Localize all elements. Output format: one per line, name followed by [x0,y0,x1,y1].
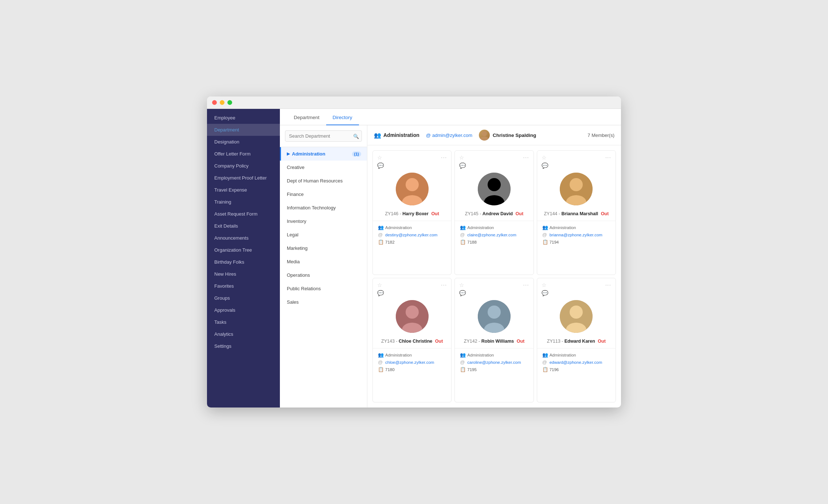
search-input[interactable] [285,130,362,142]
more-options-icon[interactable]: ··· [441,154,447,161]
card-email-link[interactable]: chloe@zphone.zylker.com [385,360,434,365]
chat-icon[interactable]: 💬 [377,290,384,296]
favorite-icon[interactable]: ☆ [377,154,384,161]
more-options-icon[interactable]: ··· [605,154,611,161]
sidebar-item-exit-details[interactable]: Exit Details [207,220,280,232]
favorite-icon[interactable]: ☆ [459,154,466,161]
email-icon: @ [542,232,547,237]
card-bottom: 👥 Administration @ brianna@zphone.zylker… [537,221,616,248]
dept-item-finance[interactable]: Finance [280,188,367,201]
favorite-icon[interactable]: ☆ [542,154,548,161]
card-email-row: @ caroline@zphone.zylker.com [460,359,528,365]
dept-label: Public Relations [287,286,321,291]
sidebar-item-asset-request-form[interactable]: Asset Request Form [207,208,280,220]
department-panel: 🔍 ▶Administration(1)CreativeDept of Huma… [280,125,367,407]
sidebar-item-groups[interactable]: Groups [207,292,280,304]
dept-item-media[interactable]: Media [280,255,367,268]
card-phone-row: 📋 7195 [460,367,528,372]
dept-label: Creative [287,165,304,170]
dept-item-operations[interactable]: Operations [280,268,367,282]
sidebar-item-department[interactable]: Department [207,124,280,136]
email-icon: @ [460,232,465,237]
card-email-link[interactable]: edward@zphone.zylker.com [550,360,602,365]
card-email-link[interactable]: brianna@zphone.zylker.com [550,233,602,237]
tab-department[interactable]: Department [287,109,326,125]
department-icon: 👥 [460,225,465,230]
card-email-link[interactable]: caroline@zphone.zylker.com [467,360,521,365]
more-options-icon[interactable]: ··· [441,282,447,288]
status-badge: Out [430,211,439,216]
card-icons-left: ☆ 💬 [377,282,384,296]
sidebar-item-tasks[interactable]: Tasks [207,316,280,328]
dept-arrow-icon: ▶ [287,151,290,156]
chat-icon[interactable]: 💬 [377,162,384,169]
card-phone: 7182 [385,240,395,244]
sidebar-item-birthday-folks[interactable]: Birthday Folks [207,256,280,268]
dept-label: Sales [287,299,299,305]
card-phone: 7195 [467,367,477,372]
email-icon: @ [542,359,547,365]
sidebar-item-approvals[interactable]: Approvals [207,304,280,316]
sidebar-item-analytics[interactable]: Analytics [207,328,280,340]
favorite-icon[interactable]: ☆ [542,282,548,288]
card-top: ☆ 💬 ··· [537,278,616,296]
svg-point-1 [480,137,489,141]
sidebar-item-employee[interactable]: Employee [207,112,280,124]
card-email-link[interactable]: claire@zphone.zylker.com [467,233,516,237]
svg-point-3 [406,178,419,191]
close-button[interactable] [212,100,217,105]
dept-label: Information Technology [287,205,336,210]
app-body: EmployeeDepartmentDesignationOffer Lette… [207,109,621,407]
dept-item-information-technology[interactable]: Information Technology [280,201,367,214]
more-options-icon[interactable]: ··· [523,282,529,288]
chat-icon[interactable]: 💬 [542,162,548,169]
card-dept-row: 👥 Administration [542,352,610,358]
chat-icon[interactable]: 💬 [542,290,548,296]
card-dept-name: Administration [385,353,412,357]
more-options-icon[interactable]: ··· [523,154,529,161]
card-top: ☆ 💬 ··· [455,151,533,169]
dept-label: Finance [287,192,304,197]
chat-icon[interactable]: 💬 [459,290,466,296]
more-options-icon[interactable]: ··· [605,282,611,288]
dept-item-dept-of-human-resources[interactable]: Dept of Human Resources [280,174,367,188]
header-email[interactable]: @ admin@zylker.com [426,133,472,138]
chat-icon[interactable]: 💬 [459,162,466,169]
department-list: ▶Administration(1)CreativeDept of Human … [280,147,367,407]
dept-item-creative[interactable]: Creative [280,161,367,174]
maximize-button[interactable] [227,100,232,105]
dept-item-left: Finance [287,192,304,197]
card-dept-row: 👥 Administration [378,225,446,230]
sidebar-item-training[interactable]: Training [207,196,280,208]
svg-point-18 [570,306,583,319]
dept-item-inventory[interactable]: Inventory [280,214,367,228]
phone-icon: 📋 [378,239,383,245]
sidebar-item-announcements[interactable]: Announcements [207,232,280,244]
sidebar-item-offer-letter-form[interactable]: Offer Letter Form [207,148,280,160]
sidebar-item-favorites[interactable]: Favorites [207,280,280,292]
favorite-icon[interactable]: ☆ [377,282,384,288]
employee-avatar [478,300,511,333]
sidebar-item-travel-expense[interactable]: Travel Expense [207,184,280,196]
phone-icon: 📋 [460,367,465,372]
dept-item-legal[interactable]: Legal [280,228,367,241]
dept-item-administration[interactable]: ▶Administration(1) [280,147,367,161]
search-box: 🔍 [280,125,367,147]
sidebar-item-new-hires[interactable]: New Hires [207,268,280,280]
minimize-button[interactable] [220,100,224,105]
sidebar-item-settings[interactable]: Settings [207,340,280,352]
tab-directory[interactable]: Directory [326,109,359,125]
directory-header: 👥 Administration @ admin@zylker.com [367,125,621,145]
card-phone-row: 📋 7180 [378,367,446,372]
sidebar-item-employment-proof-letter[interactable]: Employment Proof Letter [207,172,280,184]
dept-item-marketing[interactable]: Marketing [280,241,367,255]
dept-item-public-relations[interactable]: Public Relations [280,282,367,295]
sidebar-item-company-policy[interactable]: Company Policy [207,160,280,172]
favorite-icon[interactable]: ☆ [459,282,466,288]
sidebar-item-designation[interactable]: Designation [207,136,280,148]
sidebar-item-organization-tree[interactable]: Organization Tree [207,244,280,256]
card-email-link[interactable]: destiny@zphone.zylker.com [385,233,437,237]
dept-item-sales[interactable]: Sales [280,295,367,309]
email-icon: @ [460,359,465,365]
employee-name-row: ZY143 - Chloe Christine Out [373,337,451,348]
